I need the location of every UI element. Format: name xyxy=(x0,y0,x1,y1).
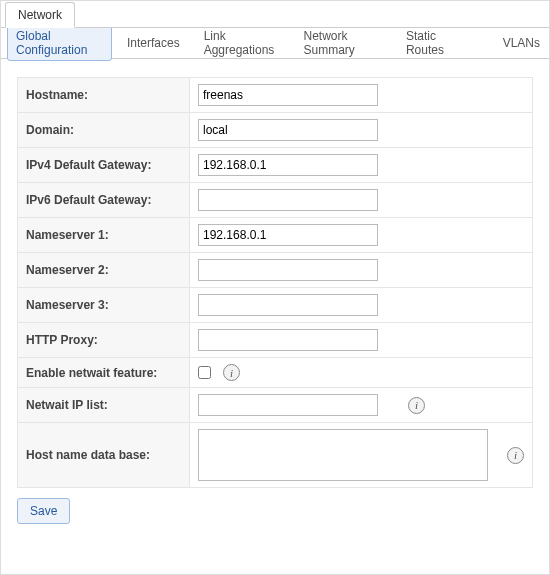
tab-summary-label: Network Summary xyxy=(303,29,354,57)
tab-link-aggregations[interactable]: Link Aggregations xyxy=(195,25,289,61)
label-nameserver2: Nameserver 2: xyxy=(18,253,190,288)
network-window: Network Global Configuration Interfaces … xyxy=(0,0,550,575)
tab-network[interactable]: Network xyxy=(5,2,75,28)
form-area: Hostname: Domain: IPv4 Default Gateway: … xyxy=(1,59,549,534)
label-http-proxy: HTTP Proxy: xyxy=(18,323,190,358)
input-nameserver2[interactable] xyxy=(198,259,378,281)
tab-vlans[interactable]: VLANs xyxy=(494,32,549,54)
label-ipv6-gateway: IPv6 Default Gateway: xyxy=(18,183,190,218)
input-netwait-iplist[interactable] xyxy=(198,394,378,416)
tab-interfaces[interactable]: Interfaces xyxy=(118,32,189,54)
label-hostdb: Host name data base: xyxy=(18,423,190,488)
tab-static-routes[interactable]: Static Routes xyxy=(397,25,472,61)
tab-interfaces-label: Interfaces xyxy=(127,36,180,50)
save-row: Save xyxy=(17,498,533,524)
tab-linkagg-label: Link Aggregations xyxy=(204,29,275,57)
input-nameserver1[interactable] xyxy=(198,224,378,246)
info-icon[interactable]: i xyxy=(408,397,425,414)
checkbox-netwait-feature[interactable] xyxy=(198,366,211,379)
tab-network-summary[interactable]: Network Summary xyxy=(294,25,390,61)
input-http-proxy[interactable] xyxy=(198,329,378,351)
network-form-table: Hostname: Domain: IPv4 Default Gateway: … xyxy=(17,77,533,488)
input-ipv4-gateway[interactable] xyxy=(198,154,378,176)
tab-routes-label: Static Routes xyxy=(406,29,444,57)
info-icon[interactable]: i xyxy=(507,447,524,464)
input-ipv6-gateway[interactable] xyxy=(198,189,378,211)
label-hostname: Hostname: xyxy=(18,78,190,113)
label-netwait-iplist: Netwait IP list: xyxy=(18,388,190,423)
secondary-tab-row: Global Configuration Interfaces Link Agg… xyxy=(1,28,549,59)
tab-network-label: Network xyxy=(18,8,62,22)
info-icon[interactable]: i xyxy=(223,364,240,381)
save-button[interactable]: Save xyxy=(17,498,70,524)
save-button-label: Save xyxy=(30,504,57,518)
tab-global-label: Global Configuration xyxy=(16,29,87,57)
label-nameserver3: Nameserver 3: xyxy=(18,288,190,323)
input-domain[interactable] xyxy=(198,119,378,141)
tab-vlans-label: VLANs xyxy=(503,36,540,50)
label-netwait-feature: Enable netwait feature: xyxy=(18,358,190,388)
label-domain: Domain: xyxy=(18,113,190,148)
label-ipv4-gateway: IPv4 Default Gateway: xyxy=(18,148,190,183)
input-hostname[interactable] xyxy=(198,84,378,106)
primary-tab-row: Network xyxy=(1,1,549,28)
input-nameserver3[interactable] xyxy=(198,294,378,316)
textarea-hostdb[interactable] xyxy=(198,429,488,481)
tab-global-configuration[interactable]: Global Configuration xyxy=(7,25,112,61)
label-nameserver1: Nameserver 1: xyxy=(18,218,190,253)
